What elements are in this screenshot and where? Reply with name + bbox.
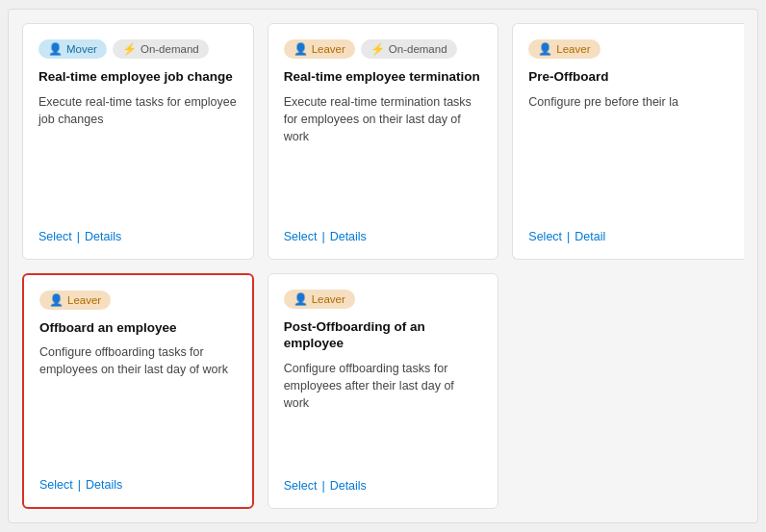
cards-grid: 👤Mover⚡On-demandReal-time employee job c… bbox=[8, 9, 758, 523]
card-3-title: Pre-Offboard bbox=[528, 68, 728, 86]
card-2-tag-icon: ⚡ bbox=[370, 42, 385, 56]
card-4-footer: Select | Details bbox=[39, 478, 237, 492]
card-4-tag-icon: 👤 bbox=[49, 293, 64, 307]
card-1-separator: | bbox=[77, 230, 80, 243]
card-5-tag-icon: 👤 bbox=[294, 292, 308, 306]
card-4-tags: 👤Leaver bbox=[39, 291, 237, 310]
card-4: 👤LeaverOffboard an employeeConfigure off… bbox=[22, 273, 254, 510]
card-2-title: Real-time employee termination bbox=[284, 68, 483, 86]
card-2-select-link[interactable]: Select bbox=[284, 230, 318, 243]
card-3-footer: Select | Detail bbox=[528, 230, 728, 243]
card-3: 👤LeaverPre-OffboardConfigure pre before … bbox=[512, 23, 744, 260]
card-5: 👤LeaverPost-Offboarding of an employeeCo… bbox=[268, 273, 499, 510]
card-1-tags: 👤Mover⚡On-demand bbox=[38, 39, 238, 59]
card-1-tag-icon: ⚡ bbox=[122, 42, 137, 56]
card-4-details-link[interactable]: Details bbox=[86, 478, 122, 492]
card-2-tags: 👤Leaver⚡On-demand bbox=[284, 39, 483, 59]
card-4-separator: | bbox=[78, 478, 81, 492]
card-2-details-link[interactable]: Details bbox=[330, 230, 367, 243]
card-2-tag-icon: 👤 bbox=[294, 42, 308, 56]
card-1-details-link[interactable]: Details bbox=[85, 230, 121, 243]
card-5-tags: 👤Leaver bbox=[284, 290, 483, 309]
card-2-desc: Execute real-time termination tasks for … bbox=[284, 93, 483, 216]
card-4-tag-leaver: 👤Leaver bbox=[39, 291, 111, 310]
card-3-select-link[interactable]: Select bbox=[528, 230, 562, 243]
card-2-tag-on-demand: ⚡On-demand bbox=[361, 39, 457, 59]
card-1-desc: Execute real-time tasks for employee job… bbox=[38, 93, 238, 216]
card-5-tag-leaver: 👤Leaver bbox=[284, 290, 355, 309]
card-3-tag-leaver: 👤Leaver bbox=[528, 39, 600, 59]
card-2: 👤Leaver⚡On-demandReal-time employee term… bbox=[268, 23, 499, 260]
card-1-title: Real-time employee job change bbox=[38, 68, 238, 86]
card-2-tag-leaver: 👤Leaver bbox=[284, 39, 355, 59]
card-3-tags: 👤Leaver bbox=[528, 39, 728, 59]
card-3-tag-icon: 👤 bbox=[538, 42, 552, 56]
card-2-separator: | bbox=[321, 230, 324, 243]
card-5-separator: | bbox=[321, 479, 324, 493]
card-1-footer: Select | Details bbox=[38, 230, 238, 243]
card-4-select-link[interactable]: Select bbox=[39, 478, 73, 492]
card-5-details-link[interactable]: Details bbox=[330, 479, 367, 493]
card-1-tag-mover: 👤Mover bbox=[38, 39, 107, 59]
card-1-select-link[interactable]: Select bbox=[38, 230, 72, 243]
card-3-separator: | bbox=[567, 230, 570, 243]
card-1: 👤Mover⚡On-demandReal-time employee job c… bbox=[22, 23, 254, 260]
card-2-footer: Select | Details bbox=[284, 230, 483, 243]
card-4-desc: Configure offboarding tasks for employee… bbox=[39, 343, 237, 465]
card-5-title: Post-Offboarding of an employee bbox=[284, 318, 483, 352]
card-3-desc: Configure pre before their la bbox=[528, 93, 728, 216]
card-5-select-link[interactable]: Select bbox=[284, 479, 318, 493]
card-5-footer: Select | Details bbox=[284, 479, 483, 493]
card-1-tag-icon: 👤 bbox=[48, 42, 63, 56]
card-1-tag-on-demand: ⚡On-demand bbox=[113, 39, 209, 59]
card-4-title: Offboard an employee bbox=[39, 319, 237, 337]
card-5-desc: Configure offboarding tasks for employee… bbox=[284, 360, 483, 466]
card-3-details-link[interactable]: Detail bbox=[574, 230, 605, 243]
